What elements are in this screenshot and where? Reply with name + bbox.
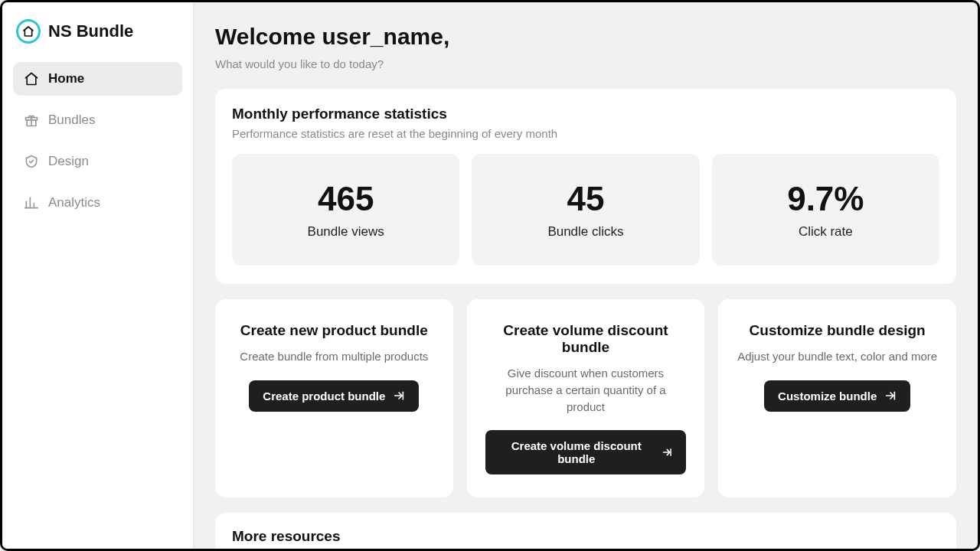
sidebar: NS Bundle Home Bundles Design Analytics	[2, 2, 194, 549]
customize-bundle-button[interactable]: Customize bundle	[764, 380, 910, 412]
stat-value: 45	[481, 180, 690, 218]
main: Welcome user_name, What would you like t…	[194, 2, 978, 549]
create-volume-discount-button[interactable]: Create volume discount bundle	[485, 430, 687, 474]
stat-value: 9.7%	[721, 180, 930, 218]
sidebar-item-design[interactable]: Design	[13, 145, 182, 178]
stat-card-rate: 9.7% Click rate	[712, 154, 939, 266]
button-label: Customize bundle	[778, 390, 877, 403]
stats-panel: Monthly performance statistics Performan…	[215, 89, 956, 284]
arrow-right-icon	[393, 390, 405, 402]
action-title: Create new product bundle	[240, 322, 428, 339]
home-icon	[24, 71, 39, 86]
actions-grid: Create new product bundle Create bundle …	[215, 299, 956, 497]
action-card-volume-discount: Create volume discount bundle Give disco…	[467, 299, 705, 497]
resources-panel: More resources Visit Help Center All ans…	[215, 513, 956, 549]
sidebar-item-analytics[interactable]: Analytics	[13, 186, 182, 220]
sidebar-item-label: Design	[48, 154, 89, 169]
sidebar-item-bundles[interactable]: Bundles	[13, 103, 182, 137]
resources-title: More resources	[232, 528, 939, 545]
action-card-customize-design: Customize bundle design Adjust your bund…	[718, 299, 956, 497]
create-product-bundle-button[interactable]: Create product bundle	[249, 380, 419, 412]
sidebar-item-home[interactable]: Home	[13, 62, 182, 96]
action-title: Customize bundle design	[750, 322, 926, 339]
action-desc: Create bundle from multiple products	[240, 348, 428, 365]
action-title: Create volume discount bundle	[485, 322, 687, 356]
stat-card-views: 465 Bundle views	[232, 154, 459, 266]
stat-value: 465	[241, 180, 450, 218]
welcome-subtitle: What would you like to do today?	[215, 57, 956, 70]
button-label: Create product bundle	[263, 390, 385, 403]
analytics-icon	[24, 195, 39, 210]
stats-subtitle: Performance statistics are reset at the …	[232, 127, 939, 140]
nav: Home Bundles Design Analytics	[13, 62, 182, 220]
welcome-title: Welcome user_name,	[215, 24, 956, 50]
stat-label: Bundle views	[241, 224, 450, 240]
sidebar-item-label: Analytics	[48, 195, 100, 210]
design-icon	[24, 154, 39, 169]
brand-name: NS Bundle	[48, 21, 133, 41]
sidebar-item-label: Home	[48, 71, 84, 86]
stat-label: Bundle clicks	[481, 224, 690, 240]
sidebar-item-label: Bundles	[48, 112, 95, 128]
stats-title: Monthly performance statistics	[232, 106, 939, 122]
action-desc: Adjust your bundle text, color and more	[737, 348, 937, 365]
stat-card-clicks: 45 Bundle clicks	[472, 154, 699, 266]
arrow-right-icon	[884, 390, 897, 402]
button-label: Create volume discount bundle	[499, 439, 654, 465]
action-card-product-bundle: Create new product bundle Create bundle …	[215, 299, 453, 497]
brand-icon	[16, 19, 41, 44]
arrow-right-icon	[662, 446, 672, 458]
brand: NS Bundle	[13, 16, 182, 57]
gift-icon	[24, 112, 39, 128]
action-desc: Give discount when customers purchase a …	[485, 365, 687, 415]
stat-label: Click rate	[721, 224, 930, 240]
